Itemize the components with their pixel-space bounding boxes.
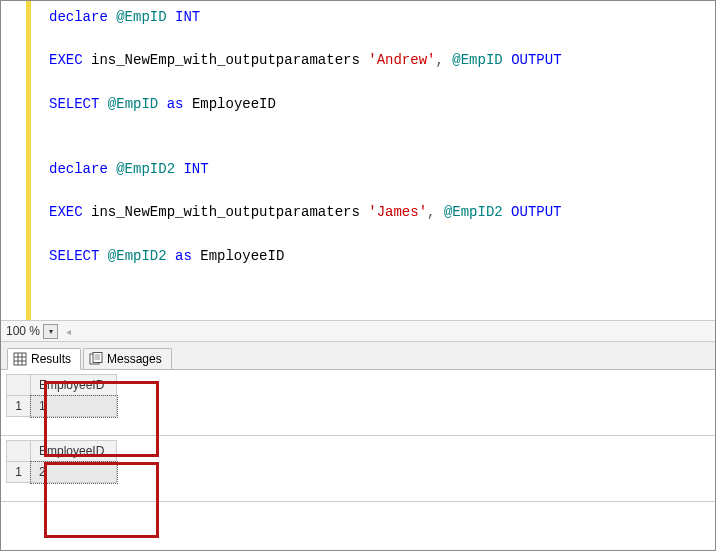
cell-value[interactable]: 1 <box>31 396 117 417</box>
cell-value[interactable]: 2 <box>31 462 117 483</box>
chevron-down-icon: ▾ <box>43 324 58 339</box>
row-header[interactable]: 1 <box>7 396 31 417</box>
split-handle-icon[interactable]: ◂ <box>66 326 71 337</box>
sql-editor[interactable]: declare @EmpID INT EXEC ins_NewEmp_with_… <box>1 1 715 320</box>
column-header-employeeid[interactable]: EmployeeID <box>31 375 117 396</box>
var-empid2: @EmpID2 <box>444 204 503 220</box>
var-empid2: @EmpID2 <box>116 161 175 177</box>
comma: , <box>427 204 435 220</box>
str-andrew: 'Andrew' <box>368 52 435 68</box>
result-table[interactable]: EmployeeID 1 1 <box>6 374 117 417</box>
messages-icon <box>89 352 103 366</box>
kw-select: SELECT <box>49 96 99 112</box>
tab-messages-label: Messages <box>107 352 162 366</box>
var-empid: @EmpID <box>116 9 166 25</box>
kw-output: OUTPUT <box>511 204 561 220</box>
tab-results[interactable]: Results <box>7 348 81 370</box>
column-header-employeeid[interactable]: EmployeeID <box>31 441 117 462</box>
table-corner <box>7 375 31 396</box>
comma: , <box>435 52 443 68</box>
var-empid: @EmpID <box>452 52 502 68</box>
kw-output: OUTPUT <box>511 52 561 68</box>
code-content[interactable]: declare @EmpID INT EXEC ins_NewEmp_with_… <box>31 1 562 320</box>
results-pane: EmployeeID 1 1 EmployeeID 1 2 <box>1 370 715 502</box>
kw-declare: declare <box>49 9 108 25</box>
svg-rect-0 <box>14 353 26 365</box>
result-table[interactable]: EmployeeID 1 2 <box>6 440 117 483</box>
result-grid-2: EmployeeID 1 2 <box>1 436 715 502</box>
kw-declare: declare <box>49 161 108 177</box>
row-header[interactable]: 1 <box>7 462 31 483</box>
zoom-bar: 100 % ▾ ◂ <box>1 320 715 342</box>
tab-results-label: Results <box>31 352 71 366</box>
result-grid-1: EmployeeID 1 1 <box>1 370 715 436</box>
kw-as: as <box>175 248 192 264</box>
svg-rect-6 <box>93 353 102 363</box>
table-corner <box>7 441 31 462</box>
results-tabs: Results Messages <box>1 342 715 370</box>
tab-messages[interactable]: Messages <box>83 348 172 369</box>
editor-gutter <box>1 1 31 320</box>
proc-name: ins_NewEmp_with_outputparamaters <box>91 204 360 220</box>
table-row[interactable]: 1 1 <box>7 396 117 417</box>
alias-empid: EmployeeID <box>200 248 284 264</box>
var-empid2: @EmpID2 <box>108 248 167 264</box>
alias-empid: EmployeeID <box>192 96 276 112</box>
proc-name: ins_NewEmp_with_outputparamaters <box>91 52 360 68</box>
kw-as: as <box>167 96 184 112</box>
kw-int: INT <box>175 9 200 25</box>
zoom-value: 100 % <box>6 324 40 338</box>
kw-exec: EXEC <box>49 52 83 68</box>
kw-select: SELECT <box>49 248 99 264</box>
table-row[interactable]: 1 2 <box>7 462 117 483</box>
kw-exec: EXEC <box>49 204 83 220</box>
str-james: 'James' <box>368 204 427 220</box>
grid-icon <box>13 352 27 366</box>
zoom-dropdown[interactable]: 100 % ▾ <box>4 324 60 339</box>
var-empid: @EmpID <box>108 96 158 112</box>
kw-int: INT <box>183 161 208 177</box>
